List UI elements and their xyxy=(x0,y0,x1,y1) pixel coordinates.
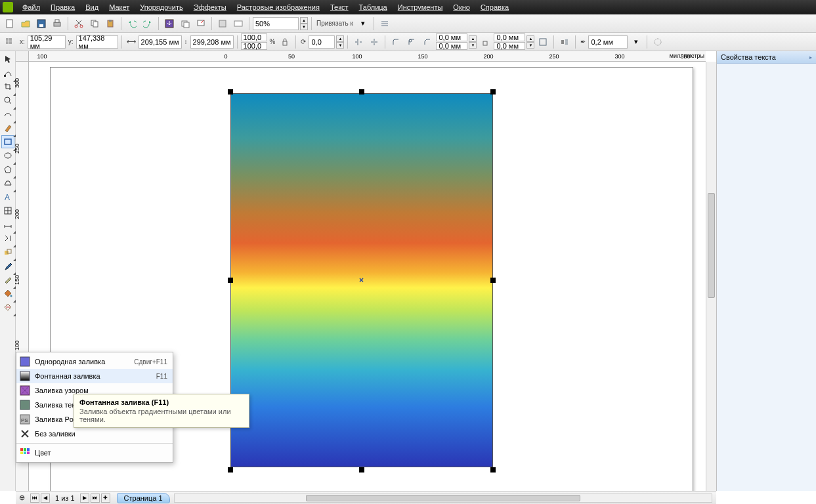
export-button[interactable] xyxy=(178,16,192,31)
handle-tr[interactable] xyxy=(490,89,496,94)
corner-bl-field[interactable]: 0,0 мм xyxy=(436,42,467,50)
mirror-v-button[interactable] xyxy=(367,35,381,49)
menu-file[interactable]: Файл xyxy=(17,1,45,13)
shape-tool[interactable] xyxy=(1,66,14,79)
ruler-corner[interactable] xyxy=(16,51,29,62)
wrap-text-button[interactable] xyxy=(557,35,572,49)
fill-tool[interactable] xyxy=(1,287,14,300)
basic-shapes-tool[interactable] xyxy=(1,177,14,190)
zoom-tool[interactable] xyxy=(1,94,14,107)
menu-help[interactable]: Справка xyxy=(475,1,514,13)
object-origin-button[interactable] xyxy=(3,35,17,49)
height-field[interactable]: 299,208 мм xyxy=(190,35,234,49)
corner-chamfer-button[interactable] xyxy=(420,35,435,49)
menu-tools[interactable]: Инструменты xyxy=(393,1,448,13)
zoom-field[interactable]: 50% xyxy=(253,17,299,30)
welcome-button[interactable] xyxy=(231,16,246,31)
collapse-icon[interactable]: ▸ xyxy=(809,54,812,60)
menu-arrange[interactable]: Упорядочить xyxy=(135,1,188,13)
outline-width-field[interactable]: 0,2 мм xyxy=(588,35,628,49)
page-add-button[interactable]: ⊕ xyxy=(16,493,28,503)
fill-fountain-item[interactable]: Фонтанная заливка F11 xyxy=(16,369,173,383)
menu-view[interactable]: Вид xyxy=(80,1,104,13)
open-button[interactable] xyxy=(18,16,33,31)
snap-dropdown[interactable]: ▾ xyxy=(356,16,370,31)
corner-br-field[interactable]: 0,0 мм xyxy=(494,42,525,50)
width-field[interactable]: 209,155 мм xyxy=(139,35,182,49)
effects-tool[interactable] xyxy=(1,245,14,259)
interactive-fill-tool[interactable] xyxy=(1,301,14,314)
rotate-field[interactable]: 0,0 xyxy=(309,35,335,49)
handle-bl[interactable] xyxy=(228,467,233,472)
x-field[interactable]: 105,29 мм xyxy=(28,35,66,49)
ellipse-tool[interactable] xyxy=(1,149,14,162)
scale-y-field[interactable]: 100,0 xyxy=(241,42,267,50)
menu-text[interactable]: Текст xyxy=(325,1,354,13)
y-field[interactable]: 147,338 мм xyxy=(76,35,118,49)
hscroll-thumb[interactable] xyxy=(306,495,580,501)
fill-uniform-item[interactable]: Однородная заливка Сдвиг+F11 xyxy=(16,354,173,369)
mirror-h-button[interactable] xyxy=(351,35,366,49)
text-tool[interactable]: A xyxy=(1,190,14,203)
corner-a-spin[interactable]: ▲▼ xyxy=(469,35,477,49)
pick-tool[interactable] xyxy=(1,52,14,66)
menu-bitmaps[interactable]: Растровые изображения xyxy=(232,1,325,13)
menu-edit[interactable]: Правка xyxy=(45,1,80,13)
horizontal-scrollbar[interactable] xyxy=(174,494,712,503)
scale-x-field[interactable]: 100,0 xyxy=(241,33,267,41)
scrollbar-thumb[interactable] xyxy=(708,193,715,298)
menu-table[interactable]: Таблица xyxy=(354,1,393,13)
handle-tc[interactable] xyxy=(359,89,364,94)
paste-button[interactable] xyxy=(103,16,118,31)
new-button[interactable] xyxy=(3,16,17,31)
smart-fill-tool[interactable] xyxy=(1,121,14,135)
options-button[interactable] xyxy=(377,16,392,31)
polygon-tool[interactable] xyxy=(1,163,14,176)
launch-button[interactable] xyxy=(194,16,208,31)
horizontal-ruler[interactable]: 100 0 50 100 150 200 250 300 350 миллиме… xyxy=(29,51,706,62)
fill-none-item[interactable]: Без заливки xyxy=(16,427,173,441)
table-tool[interactable] xyxy=(1,204,14,217)
handle-mr[interactable] xyxy=(490,278,496,283)
eyedropper-tool[interactable] xyxy=(1,259,14,272)
print-button[interactable] xyxy=(50,16,64,31)
copy-button[interactable] xyxy=(87,16,102,31)
lock-ratio-button[interactable] xyxy=(278,35,292,49)
menu-effects[interactable]: Эффекты xyxy=(188,1,232,13)
freehand-tool[interactable] xyxy=(1,108,14,121)
crop-tool[interactable] xyxy=(1,80,14,93)
corner-scallop-button[interactable] xyxy=(404,35,419,49)
menu-layout[interactable]: Макет xyxy=(104,1,135,13)
rectangle-tool[interactable] xyxy=(1,135,14,148)
corner-lock-button[interactable] xyxy=(478,35,492,49)
import-button[interactable] xyxy=(162,16,177,31)
to-front-button[interactable] xyxy=(651,35,665,49)
page-tab-1[interactable]: Страница 1 xyxy=(117,493,170,503)
corner-tr-field[interactable]: 0,0 мм xyxy=(494,33,525,41)
page-prev-button[interactable]: ◀ xyxy=(41,494,50,503)
handle-tl[interactable] xyxy=(228,89,233,94)
handle-ml[interactable] xyxy=(228,278,233,283)
page-first-button[interactable]: ⏮ xyxy=(30,494,39,503)
cut-button[interactable] xyxy=(72,16,86,31)
handle-bc[interactable] xyxy=(359,467,364,472)
connector-tool[interactable] xyxy=(1,232,14,245)
outline-tool[interactable] xyxy=(1,273,14,286)
page-last-button[interactable]: ⏭ xyxy=(91,494,100,503)
corner-b-spin[interactable]: ▲▼ xyxy=(526,35,534,49)
docker-tab-text-properties[interactable]: Свойства текста ▸ xyxy=(717,51,816,64)
redo-button[interactable] xyxy=(140,16,155,31)
undo-button[interactable] xyxy=(125,16,139,31)
outline-dropdown[interactable]: ▾ xyxy=(629,35,643,49)
menu-window[interactable]: Окно xyxy=(448,1,475,13)
dimension-tool[interactable] xyxy=(1,218,14,231)
zoom-spinner[interactable]: ▲▼ xyxy=(300,17,308,30)
handle-br[interactable] xyxy=(490,467,496,472)
app-launcher-button[interactable] xyxy=(215,16,230,31)
corner-round-button[interactable] xyxy=(389,35,403,49)
rotate-spin[interactable]: ▲▼ xyxy=(336,35,344,49)
page-next-button[interactable]: ▶ xyxy=(80,494,89,503)
vertical-scrollbar[interactable] xyxy=(706,62,716,491)
corner-tl-field[interactable]: 0,0 мм xyxy=(436,33,467,41)
save-button[interactable] xyxy=(34,16,49,31)
